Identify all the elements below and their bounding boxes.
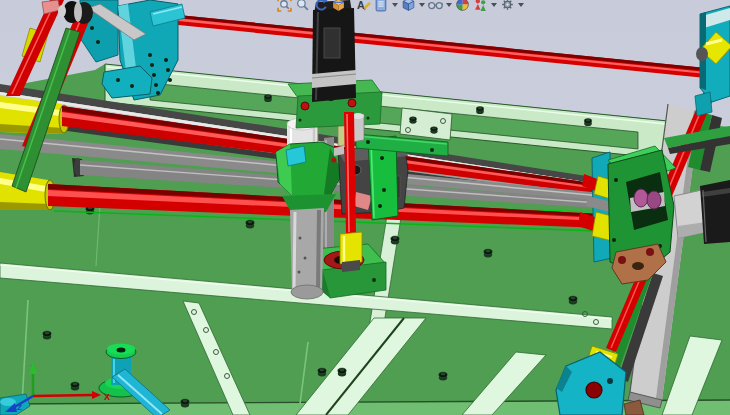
- svg-text:A: A: [357, 0, 365, 11]
- filter-bowl[interactable]: [290, 208, 324, 299]
- section-view-icon[interactable]: [331, 0, 346, 12]
- stand-foot[interactable]: [102, 66, 152, 98]
- heads-up-view-toolbar: A: [277, 0, 524, 12]
- sketch-panel-dropdown[interactable]: [392, 3, 398, 7]
- top-right-end-bracket[interactable]: [695, 6, 730, 116]
- view-orientation-icon[interactable]: [401, 0, 416, 12]
- sketch-panel-icon[interactable]: [374, 0, 389, 12]
- view-settings-dropdown[interactable]: [518, 3, 524, 7]
- view-settings-icon[interactable]: [500, 0, 515, 12]
- apply-scene-dropdown[interactable]: [491, 3, 497, 7]
- rail-bracket[interactable]: [400, 108, 452, 140]
- regulator-clip[interactable]: [286, 146, 306, 166]
- carriage-stepper-motor[interactable]: [312, 0, 356, 102]
- previous-view-icon[interactable]: [313, 0, 328, 12]
- edit-appearance-icon[interactable]: [455, 0, 470, 12]
- annotations-icon[interactable]: A: [356, 0, 371, 12]
- view-orientation-dropdown[interactable]: [419, 3, 425, 7]
- cad-viewport: Y X Z: [0, 0, 730, 415]
- model-view: Y X Z: [0, 0, 730, 415]
- apply-scene-icon[interactable]: [473, 0, 488, 12]
- display-style-icon[interactable]: [428, 0, 443, 12]
- triad-z-label: Z: [17, 403, 22, 412]
- zoom-to-area-icon[interactable]: [295, 0, 310, 12]
- display-style-dropdown[interactable]: [446, 3, 452, 7]
- zoom-to-fit-icon[interactable]: [277, 0, 292, 12]
- triad-x-label: X: [104, 392, 110, 402]
